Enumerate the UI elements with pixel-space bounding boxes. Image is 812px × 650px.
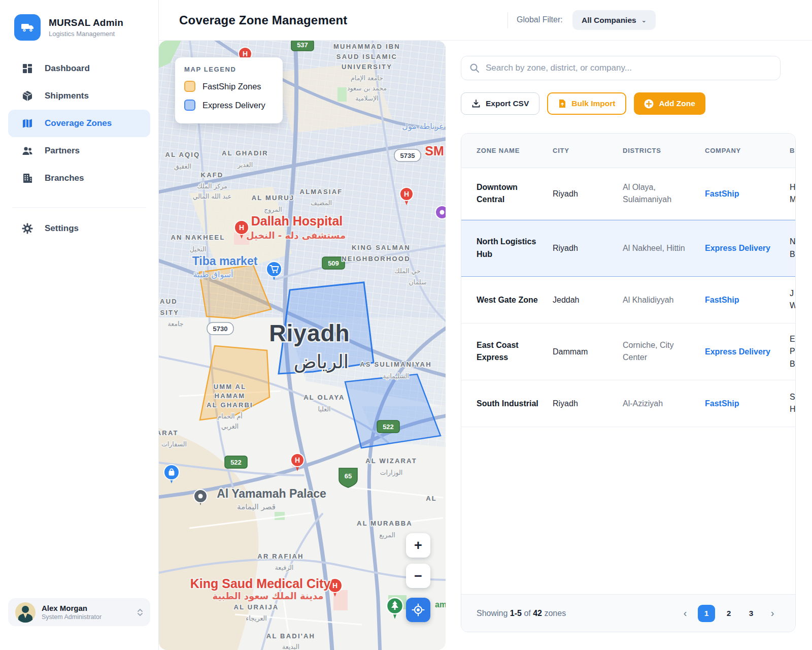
- poi-pin-purple[interactable]: [435, 206, 446, 219]
- svg-text:H: H: [404, 190, 409, 198]
- bulk-import-button[interactable]: Bulk Import: [547, 92, 626, 115]
- svg-text:5730: 5730: [213, 325, 228, 333]
- map-label-al-wizarat: AL WIZARAT: [365, 457, 417, 465]
- svg-text:أسواق طيبة: أسواق طيبة: [193, 269, 233, 280]
- cell-zone-name: East Coast Express: [477, 339, 540, 365]
- sidebar-item-label: Settings: [45, 223, 79, 234]
- svg-text:NEIGHBORHOOD: NEIGHBORHOOD: [342, 255, 410, 263]
- table-footer: Showing 1-5 of 42 zones ‹ 1 2 3 ›: [461, 594, 795, 632]
- map-canvas: 537 5735 509 5730 522 522: [159, 41, 446, 650]
- svg-text:جامعة: جامعة: [168, 320, 184, 328]
- map-label-university: MUHAMMAD IBN: [333, 43, 400, 50]
- sidebar-item-label: Partners: [45, 146, 80, 156]
- crosshair-icon: [412, 603, 425, 616]
- map-label-ksmc: King Saud Medical City: [190, 576, 331, 591]
- cell-company-link[interactable]: Express Delivery: [705, 242, 776, 255]
- map-label-al-muruj: AL MURUJ: [252, 194, 295, 202]
- svg-text:H: H: [332, 581, 337, 590]
- cell-zone-name: West Gate Zone: [477, 294, 540, 306]
- cell-city: Dammam: [553, 345, 614, 358]
- cell-districts: Al Khalidiyyah: [623, 294, 696, 306]
- svg-text:سلمان: سلمان: [409, 278, 427, 286]
- table-row-downtown-central[interactable]: Downtown Central Riyadh Al Olaya, Sulaim…: [461, 168, 795, 220]
- cell-zone-name: Downtown Central: [477, 181, 540, 207]
- global-filter-dropdown[interactable]: All Companies ⌄: [572, 10, 656, 30]
- add-zone-label: Add Zone: [659, 99, 695, 108]
- cell-city: Jeddah: [553, 294, 614, 306]
- table-row-north-logistics-hub[interactable]: North Logistics Hub Riyadh Al Nakheel, H…: [461, 220, 795, 277]
- package-icon: [21, 90, 33, 102]
- pagination-next-button[interactable]: ›: [765, 605, 780, 622]
- column-zone-name: Zone Name: [477, 146, 540, 156]
- map-locate-button[interactable]: [406, 598, 430, 622]
- svg-text:ERSITY: ERSITY: [159, 309, 179, 316]
- map-label-sm-fragment: SM: [425, 144, 444, 158]
- map-zoom-in-button[interactable]: +: [406, 533, 430, 558]
- svg-text:H: H: [295, 456, 300, 464]
- svg-text:المروج: المروج: [264, 206, 282, 214]
- svg-text:أم الحمام: أم الحمام: [217, 412, 242, 420]
- svg-text:عبد الله المالي: عبد الله المالي: [193, 192, 231, 200]
- sidebar-item-shipments[interactable]: Shipments: [8, 82, 150, 110]
- sidebar-item-label: Shipments: [45, 91, 89, 101]
- cell-company-link[interactable]: Express Delivery: [705, 345, 776, 358]
- pagination-page-1[interactable]: 1: [698, 605, 715, 622]
- table-row-west-gate-zone[interactable]: West Gate Zone Jeddah Al Khalidiyyah Fas…: [461, 277, 795, 323]
- pagination-prev-button[interactable]: ‹: [678, 605, 693, 622]
- user-name: Alex Morgan: [42, 604, 101, 612]
- route-shield-65: 65: [339, 468, 357, 488]
- map-label-umm-al-hamam: UMM AL: [214, 383, 247, 391]
- sidebar-item-label: Dashboard: [45, 63, 90, 74]
- cell-company-link[interactable]: FastShip: [705, 397, 776, 410]
- svg-text:الإسلامية: الإسلامية: [355, 94, 379, 102]
- pagination-page-2[interactable]: 2: [720, 605, 737, 622]
- svg-text:537: 537: [297, 41, 308, 49]
- user-menu[interactable]: Alex Morgan System Administrator: [8, 598, 150, 626]
- map-legend: MAP LEGEND FastShip Zones Express Delive…: [175, 57, 283, 123]
- map-icon: [21, 117, 33, 129]
- map-label-al-aqiq: AL AQIQ: [165, 151, 200, 158]
- map-label-al-murabba: AL MURABBA: [357, 519, 413, 527]
- coverage-map[interactable]: 537 5735 509 5730 522 522: [159, 41, 446, 650]
- table-row-east-coast-express[interactable]: East Coast Express Dammam Corniche, City…: [461, 323, 795, 380]
- map-label-riyadh: Riyadh: [269, 320, 350, 346]
- cell-branch: JW: [790, 287, 796, 313]
- brand: MURSAL Admin Logistics Management: [14, 14, 123, 41]
- search-input[interactable]: [486, 63, 772, 73]
- column-company: Company: [705, 146, 776, 156]
- sidebar: MURSAL Admin Logistics Management Dashbo…: [0, 0, 159, 650]
- svg-text:مستشفى دله - النخيل: مستشفى دله - النخيل: [246, 230, 346, 241]
- user-role: System Administrator: [42, 613, 101, 621]
- pagination-page-3[interactable]: 3: [742, 605, 760, 622]
- export-csv-button[interactable]: Export CSV: [461, 92, 539, 115]
- file-upload-icon: [558, 99, 566, 108]
- add-zone-button[interactable]: Add Zone: [634, 92, 705, 115]
- sidebar-item-label: Branches: [45, 173, 84, 183]
- sidebar-item-settings[interactable]: Settings: [8, 215, 150, 242]
- sidebar-item-coverage-zones[interactable]: Coverage Zones: [8, 110, 150, 137]
- map-zoom-out-button[interactable]: −: [406, 564, 430, 588]
- cell-branch: EPB: [790, 333, 796, 370]
- svg-text:5735: 5735: [400, 152, 415, 159]
- svg-text:HAMAM: HAMAM: [215, 392, 246, 400]
- cell-city: Riyadh: [553, 187, 614, 200]
- sidebar-item-dashboard[interactable]: Dashboard: [8, 55, 150, 82]
- map-label-king-saud-university: SAUD: [159, 298, 178, 305]
- svg-text:قصر اليمامة: قصر اليمامة: [237, 502, 276, 511]
- map-label-park-fragment: am: [435, 600, 446, 609]
- cell-districts: Al-Aziziyah: [623, 397, 696, 410]
- map-label-al-uraija: AL URAIJA: [234, 603, 279, 611]
- sidebar-secondary-nav: Settings: [8, 215, 150, 242]
- cell-company-link[interactable]: FastShip: [705, 187, 776, 200]
- header-divider: [507, 12, 508, 28]
- express-zone-swatch: [184, 100, 195, 111]
- download-icon: [471, 99, 481, 108]
- svg-text:البديعة: البديعة: [282, 643, 299, 650]
- svg-text:UNIVERSITY: UNIVERSITY: [342, 63, 392, 71]
- cell-company-link[interactable]: FastShip: [705, 294, 776, 306]
- sidebar-item-branches[interactable]: Branches: [8, 165, 150, 192]
- sidebar-item-partners[interactable]: Partners: [8, 137, 150, 165]
- cell-districts: Al Olaya, Sulaimaniyah: [623, 181, 696, 207]
- table-row-south-industrial[interactable]: South Industrial Riyadh Al-Aziziyah Fast…: [461, 380, 795, 427]
- map-label-yamamah-palace: Al Yamamah Palace: [217, 487, 326, 500]
